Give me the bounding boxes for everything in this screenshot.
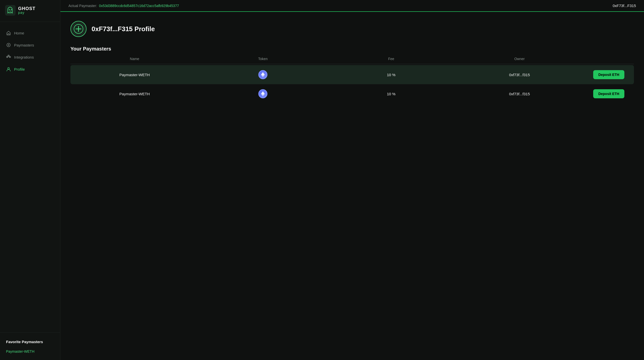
deposit-eth-button-2[interactable]: Deposit ETH — [593, 89, 624, 98]
row1-owner: 0xf73f...f315 — [455, 73, 584, 77]
profile-header: 0xF73f...F315 Profile — [70, 21, 634, 37]
sidebar-divider — [0, 332, 60, 333]
logo-area: GHOST pay — [0, 0, 60, 22]
sidebar-item-home[interactable]: Home — [0, 27, 60, 39]
deposit-eth-button-1[interactable]: Deposit ETH — [593, 70, 624, 79]
avatar — [70, 21, 87, 37]
sidebar-item-integrations-label: Integrations — [14, 55, 34, 59]
header: Actual Paymaster: 0x53d3889ccdc6d54857c1… — [60, 0, 644, 12]
svg-rect-0 — [5, 5, 16, 16]
profile-title: 0xF73f...F315 Profile — [92, 25, 155, 33]
header-paymaster-info: Actual Paymaster: 0x53d3889ccdc6d54857c1… — [68, 4, 179, 8]
col-header-action — [584, 57, 634, 61]
home-icon — [6, 30, 11, 35]
row2-token — [199, 89, 327, 98]
sidebar-item-integrations[interactable]: Integrations — [0, 51, 60, 63]
sidebar-item-home-label: Home — [14, 31, 24, 35]
logo-ghost-label: GHOST — [18, 6, 35, 11]
row2-name: Paymaster-WETH — [70, 92, 199, 96]
favorite-item-paymaster-weth[interactable]: Paymaster-WETH — [6, 348, 54, 355]
sidebar-item-paymasters-label: Paymasters — [14, 43, 34, 47]
paymaster-label: Actual Paymaster: — [68, 4, 97, 8]
paymaster-address-link[interactable]: 0x53d3889ccdc6d54857c16d72acc5afb929b453… — [99, 4, 179, 8]
favorites-title: Favorite Paymasters — [6, 340, 54, 344]
row1-token — [199, 70, 327, 79]
ethereum-icon — [261, 72, 265, 77]
paymasters-table-container: Your Paymasters Name Token Fee Owner Pay… — [70, 46, 634, 103]
eth-token-icon-2 — [258, 89, 267, 98]
table-row: Paymaster-WETH 10 % 0xf73f...f315 Deposi… — [70, 84, 634, 103]
logo-text: GHOST pay — [18, 6, 35, 14]
col-header-owner: Owner — [455, 57, 584, 61]
table-row: Paymaster-WETH 10 % 0xf73f...f315 Deposi… — [70, 65, 634, 84]
ghostpay-logo-icon — [5, 5, 16, 16]
svg-point-2 — [11, 9, 12, 10]
row2-owner: 0xf73f...f315 — [455, 92, 584, 96]
col-header-name: Name — [70, 57, 199, 61]
row2-action: Deposit ETH — [584, 89, 634, 98]
table-header: Name Token Fee Owner — [70, 57, 634, 64]
sidebar-item-paymasters[interactable]: Paymasters — [0, 39, 60, 51]
header-wallet-address: 0xF73f...F315 — [613, 4, 636, 8]
eth-token-icon — [258, 70, 267, 79]
sidebar-item-profile-label: Profile — [14, 67, 25, 71]
main-content: Actual Paymaster: 0x53d3889ccdc6d54857c1… — [60, 0, 644, 360]
svg-point-7 — [8, 68, 10, 69]
svg-point-1 — [9, 9, 10, 10]
favorites-section: Favorite Paymasters Paymaster-WETH — [0, 335, 60, 360]
profile-icon — [6, 67, 11, 72]
integrations-icon — [6, 55, 11, 60]
row1-fee: 10 % — [327, 73, 455, 77]
content-area: 0xF73f...F315 Profile Your Paymasters Na… — [60, 12, 644, 360]
row2-fee: 10 % — [327, 92, 455, 96]
ethereum-icon-2 — [261, 91, 265, 96]
sidebar: GHOST pay Home Paymasters — [0, 0, 60, 360]
row1-name: Paymaster-WETH — [70, 73, 199, 77]
col-header-fee: Fee — [327, 57, 455, 61]
logo-pay-label: pay — [18, 11, 35, 14]
col-header-token: Token — [199, 57, 327, 61]
paymasters-icon — [6, 42, 11, 48]
nav-section: Home Paymasters Integratio — [0, 22, 60, 330]
paymasters-section-title: Your Paymasters — [70, 46, 634, 52]
sidebar-item-profile[interactable]: Profile — [0, 63, 60, 75]
row1-action: Deposit ETH — [584, 70, 634, 79]
